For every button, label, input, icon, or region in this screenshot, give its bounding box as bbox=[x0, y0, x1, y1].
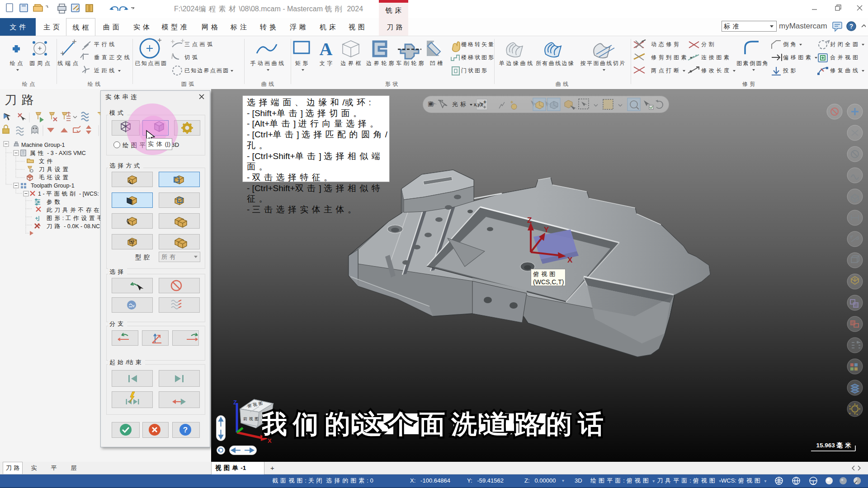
svg-text:Z: Z bbox=[527, 217, 532, 225]
svg-text:X: X bbox=[567, 256, 573, 264]
svg-text:?: ? bbox=[849, 23, 854, 30]
svg-text:前视图: 前视图 bbox=[243, 417, 260, 421]
svg-text:我们的这个面洗道路的话: 我们的这个面洗道路的话 bbox=[262, 409, 609, 438]
svg-text:Z: Z bbox=[233, 399, 237, 406]
svg-text:Y: Y bbox=[544, 225, 549, 234]
svg-text:A: A bbox=[320, 39, 333, 59]
svg-text:?: ? bbox=[183, 426, 188, 434]
